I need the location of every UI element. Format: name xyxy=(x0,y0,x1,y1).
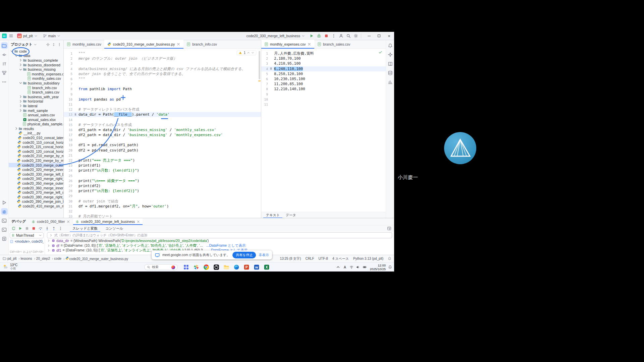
taskbar-app-explorer[interactable] xyxy=(223,263,230,271)
tree-item[interactable]: business_missing xyxy=(9,67,63,72)
close-button[interactable]: × xyxy=(384,32,394,40)
toolstrip-terminal-button[interactable] xyxy=(1,226,8,233)
tree-item[interactable]: code20_310_merge_outer_business.py xyxy=(9,163,63,168)
evaluate-expression-input[interactable]: 式（Enter）の評価またはウォッチ（Ctrl+Shift+Enter）の追加 xyxy=(47,232,392,238)
maximize-button[interactable] xyxy=(374,32,384,40)
toolstrip-project-button[interactable] xyxy=(1,42,8,49)
toolstrip-charts-button[interactable] xyxy=(387,78,393,85)
project-widget[interactable]: pd pd_plt xyxy=(15,33,39,39)
locate-icon[interactable] xyxy=(46,43,50,47)
view-as-dataframe-link[interactable]: ...DataFrame として表示 xyxy=(206,243,246,248)
tree-item[interactable]: code xyxy=(9,49,63,54)
toolstrip-structure-button[interactable] xyxy=(1,69,8,76)
taskbar-app-chrome[interactable] xyxy=(203,263,210,271)
tree-item[interactable]: lateral xyxy=(9,104,63,108)
tab-branch_sales.csv[interactable]: branch_sales.csv xyxy=(314,40,353,49)
csv-view-tab-テキスト[interactable]: テキスト xyxy=(263,212,282,218)
tree-item[interactable]: code20_220_merge_by_month_disordered.py xyxy=(9,158,63,163)
hide-banner-button[interactable]: 非表示 xyxy=(259,253,269,257)
tree-item[interactable]: code20_380_merge_right_subsidiary.py xyxy=(9,195,63,199)
toolstrip-ai-assistant-button[interactable] xyxy=(387,51,393,58)
notification-bell-icon[interactable] xyxy=(388,265,392,269)
tree-item[interactable]: __init__.py xyxy=(9,131,63,136)
editor-scrollbar[interactable] xyxy=(259,51,260,79)
tree-item[interactable]: annual_sales.xlsx xyxy=(9,117,63,122)
taskbar-app-powerpoint[interactable]: P xyxy=(243,263,250,271)
toolstrip-debug-button[interactable] xyxy=(1,208,8,215)
tree-item[interactable]: business_complete xyxy=(9,58,63,63)
ime-indicator[interactable]: A xyxy=(342,265,347,269)
tree-item[interactable]: horizontal xyxy=(9,99,63,104)
toolstrip-run-button[interactable] xyxy=(1,199,8,206)
taskbar-app-photos[interactable] xyxy=(193,263,200,271)
toolstrip-pull-requests-button[interactable] xyxy=(1,60,8,67)
tab-monthly_expenses.csv[interactable]: monthly_expenses.csv xyxy=(261,40,314,49)
minimize-button[interactable] xyxy=(364,32,374,40)
code-editor[interactable]: 1"""2merge のサンプル: outer join （ビジネスデータ版）3… xyxy=(64,49,261,218)
tree-item[interactable]: code20_210_merge_by_month.py xyxy=(9,154,63,159)
battery-icon[interactable] xyxy=(362,265,367,269)
variable-row[interactable]: data_dir= {WindowsPath} WindowsPath('D:/… xyxy=(47,238,392,243)
pause-icon[interactable] xyxy=(25,226,29,231)
taskbar-app-word[interactable]: W xyxy=(253,263,260,271)
taskbar-search[interactable]: 検索 xyxy=(144,264,178,270)
tree-item[interactable]: data xyxy=(9,54,63,58)
tree-item[interactable]: code20_115_concat_horizontal_remove_du xyxy=(9,144,63,149)
volume-icon[interactable] xyxy=(356,265,360,269)
collapse-all-icon[interactable] xyxy=(52,43,56,47)
debug-view-tab-コンソール[interactable]: コンソール xyxy=(103,225,126,232)
layout-icon[interactable] xyxy=(387,226,391,231)
tree-item[interactable]: code20_010_concat_lateral.py xyxy=(9,135,63,140)
csv-editor[interactable]: 1月,人件費,広告費,賃料22,180,70,10034,210,95,1004… xyxy=(261,49,386,212)
status-item[interactable]: Python 3.13 (pd_plt) xyxy=(353,257,383,260)
toolstrip-python-console-button[interactable] xyxy=(1,217,8,224)
close-icon[interactable] xyxy=(307,42,311,46)
chevron-right-icon[interactable] xyxy=(47,239,50,242)
branch-widget[interactable]: main xyxy=(41,33,62,39)
csv-view-tab-データ[interactable]: データ xyxy=(283,212,299,218)
toolstrip-database-button[interactable] xyxy=(387,69,393,76)
run-config-selector[interactable]: code20_330_merge_left_business xyxy=(245,33,307,39)
search-icon[interactable] xyxy=(346,34,351,38)
more-vertical-icon[interactable] xyxy=(57,43,61,47)
tree-item[interactable]: melt_sample xyxy=(9,108,63,113)
variable-row[interactable]: df= {DataFrame: (10, 8)} ['月', '店舗売上', '… xyxy=(47,243,392,248)
tree-item[interactable]: code20_350_merge_outer_subsidiary.py xyxy=(9,181,63,186)
stop-icon[interactable] xyxy=(32,226,36,231)
tree-item[interactable]: annual_sales.csv xyxy=(9,113,63,117)
tree-item[interactable]: business_subsidiary xyxy=(9,81,63,85)
breadcrumb[interactable]: pd_pltlessons20_step2codecode20_310_merg… xyxy=(3,256,128,261)
tab-monthly_sales.csv[interactable]: monthly_sales.csv xyxy=(64,40,104,49)
tree-item[interactable]: business_disordered xyxy=(9,63,63,67)
taskbar-app-edge[interactable] xyxy=(233,263,240,271)
stop-sharing-button[interactable]: 共有を停止 xyxy=(232,252,256,258)
chevron-down-icon[interactable] xyxy=(34,43,37,46)
tree-item[interactable]: code20_370_merge_left_subsidiary.py xyxy=(9,190,63,195)
weather-widget[interactable]: 13°C 小雨 xyxy=(3,263,17,270)
debug-session-tab[interactable]: code10_050_filter xyxy=(29,218,72,225)
bell-icon[interactable] xyxy=(388,257,391,260)
toolstrip-notifications-button[interactable] xyxy=(387,42,393,49)
tray-chevron-up-icon[interactable] xyxy=(336,265,340,269)
chevron-right-icon[interactable] xyxy=(47,249,50,252)
stop-icon[interactable] xyxy=(324,34,329,38)
tree-item[interactable]: business_with_year xyxy=(9,95,63,99)
tree-item[interactable]: physical_data_sample.csv xyxy=(9,122,63,127)
step-into-icon[interactable] xyxy=(45,226,49,231)
taskbar-app-task-view[interactable] xyxy=(182,263,190,271)
toolstrip-commit-button[interactable] xyxy=(1,51,8,58)
close-icon[interactable] xyxy=(137,220,140,224)
tree-item[interactable]: results xyxy=(9,126,63,131)
more-vertical-icon[interactable] xyxy=(331,34,336,38)
step-out-icon[interactable] xyxy=(52,226,56,231)
resume-icon[interactable] xyxy=(18,226,22,231)
tree-item[interactable]: branch_sales.csv xyxy=(9,90,63,95)
tree-item[interactable]: code20_320_merge_inner_business.py xyxy=(9,167,63,172)
close-icon[interactable] xyxy=(66,220,70,224)
step-over-icon[interactable] xyxy=(38,226,43,231)
chevron-right-icon[interactable] xyxy=(47,244,50,247)
breadcrumb-item[interactable]: lessons xyxy=(17,257,32,260)
status-item[interactable]: 13:25 (8 文字) xyxy=(280,256,301,261)
debug-bug-icon[interactable] xyxy=(317,34,321,38)
close-icon[interactable] xyxy=(176,42,180,46)
